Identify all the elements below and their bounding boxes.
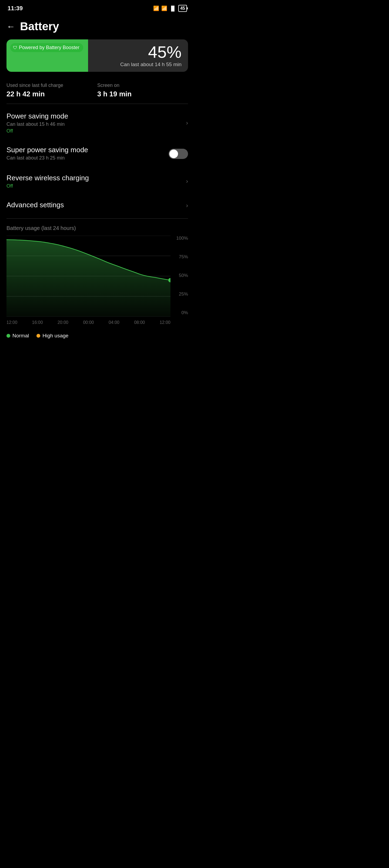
signal-icon: ▐▌	[169, 6, 176, 11]
x-label-1600: 16:00	[32, 320, 43, 325]
booster-badge: 🛡 Powered by Battery Booster	[10, 43, 83, 52]
chart-area: 100% 75% 50% 25% 0%	[6, 236, 188, 328]
chart-container: 100% 75% 50% 25% 0%	[0, 236, 194, 328]
y-label-75: 75%	[179, 254, 188, 260]
super-power-saving-sub: Can last about 23 h 25 min	[6, 155, 169, 161]
usage-stats: Used since last full charge 22 h 42 min …	[0, 78, 194, 104]
since-charge-value: 22 h 42 min	[6, 90, 97, 98]
time-display: 11:39	[7, 5, 23, 12]
battery-time-remaining: Can last about 14 h 55 min	[120, 62, 182, 67]
normal-label: Normal	[12, 333, 29, 339]
battery-chart-svg	[6, 236, 170, 317]
settings-list: Power saving mode Can last about 15 h 46…	[0, 104, 194, 218]
status-icons: 📶 📶 ▐▌ 45	[153, 5, 187, 12]
x-label-2000: 20:00	[58, 320, 68, 325]
toggle-knob	[169, 150, 178, 158]
power-saving-status: Off	[6, 128, 186, 134]
high-usage-dot-icon	[36, 334, 40, 338]
battery-chart-section: Battery usage (last 24 hours) 100% 75% 5…	[0, 219, 194, 347]
page-header: ← Battery	[0, 14, 194, 37]
high-usage-label: High usage	[43, 333, 68, 339]
chevron-icon: ›	[186, 178, 188, 185]
super-power-saving-item[interactable]: Super power saving mode Can last about 2…	[0, 140, 194, 168]
reverse-wireless-status: Off	[6, 183, 186, 189]
page-title: Battery	[20, 20, 59, 33]
wifi-icon: 📶	[153, 5, 159, 11]
reverse-wireless-item[interactable]: Reverse wireless charging Off ›	[0, 168, 194, 195]
chevron-icon: ›	[186, 120, 188, 127]
x-label-0400: 04:00	[109, 320, 119, 325]
battery-info: 45% Can last about 14 h 55 min	[120, 44, 182, 67]
battery-widget: 🛡 Powered by Battery Booster 45% Can las…	[6, 39, 188, 72]
legend-high-usage: High usage	[36, 333, 68, 339]
y-label-100: 100%	[176, 236, 188, 241]
chart-x-labels: 12:00 16:00 20:00 00:00 04:00 08:00 12:0…	[6, 318, 170, 328]
normal-dot-icon	[6, 334, 10, 338]
y-label-50: 50%	[179, 273, 188, 278]
call-icon: 📶	[161, 5, 167, 11]
chevron-icon: ›	[186, 202, 188, 209]
power-saving-sub: Can last about 15 h 46 min	[6, 121, 186, 127]
legend-normal: Normal	[6, 333, 29, 339]
x-label-0800: 08:00	[134, 320, 145, 325]
x-label-1200: 12:00	[6, 320, 17, 325]
power-saving-title: Power saving mode	[6, 112, 186, 120]
super-power-saving-title: Super power saving mode	[6, 146, 169, 154]
reverse-wireless-title: Reverse wireless charging	[6, 174, 186, 182]
super-power-toggle[interactable]	[169, 149, 188, 159]
x-label-1200b: 12:00	[160, 320, 170, 325]
power-saving-mode-item[interactable]: Power saving mode Can last about 15 h 46…	[0, 106, 194, 140]
back-button[interactable]: ←	[6, 22, 15, 32]
screen-on-stat: Screen on 3 h 19 min	[97, 83, 188, 98]
chart-svg-wrapper	[6, 236, 170, 317]
shield-icon: 🛡	[13, 45, 17, 50]
since-charge-stat: Used since last full charge 22 h 42 min	[6, 83, 97, 98]
since-charge-label: Used since last full charge	[6, 83, 97, 88]
advanced-settings-title: Advanced settings	[6, 201, 186, 209]
battery-icon: 45	[178, 5, 187, 12]
advanced-settings-item[interactable]: Advanced settings ›	[0, 195, 194, 216]
chart-title: Battery usage (last 24 hours)	[0, 225, 194, 236]
status-bar: 11:39 📶 📶 ▐▌ 45	[0, 0, 194, 14]
chart-y-labels: 100% 75% 50% 25% 0%	[172, 236, 188, 317]
chart-legend: Normal High usage	[0, 328, 194, 347]
battery-percent: 45%	[120, 44, 182, 60]
y-label-0: 0%	[181, 310, 188, 315]
screen-on-value: 3 h 19 min	[97, 90, 188, 98]
y-label-25: 25%	[179, 291, 188, 297]
x-label-0000: 00:00	[83, 320, 94, 325]
screen-on-label: Screen on	[97, 83, 188, 88]
